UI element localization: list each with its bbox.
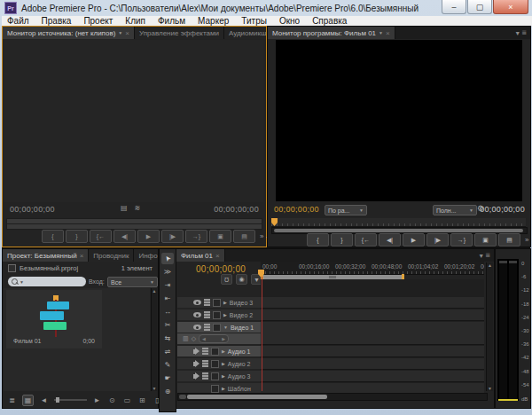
- scroll-down-icon[interactable]: ▼: [488, 386, 492, 391]
- panel-menu-icon[interactable]: ▼≣: [511, 27, 530, 39]
- tab-close-icon[interactable]: ×: [125, 29, 129, 37]
- track-lock-icon[interactable]: [211, 360, 219, 368]
- close-button[interactable]: ×: [493, 0, 528, 14]
- mark-out-button[interactable]: }: [331, 233, 353, 247]
- rolling-edit-tool[interactable]: ⇤: [161, 293, 174, 304]
- tab-Управление эффектами[interactable]: Управление эффектами: [135, 27, 224, 39]
- expand-track-icon[interactable]: ▶: [222, 373, 225, 379]
- go-to-in-button[interactable]: {←: [90, 230, 112, 243]
- panel-menu-icon[interactable]: ▼≣: [474, 249, 494, 262]
- project-content-area[interactable]: Фильм 01 0;00: [4, 288, 150, 391]
- track-header-Видео 3[interactable]: ▶Видео 3: [177, 297, 261, 308]
- slip-tool[interactable]: ⇆: [161, 333, 174, 344]
- razor-tool[interactable]: ✂: [161, 319, 174, 331]
- track-header-Аудио 2[interactable]: ▶Аудио 2: [177, 358, 261, 369]
- menu-Титры[interactable]: Титры: [241, 16, 267, 26]
- maximize-button[interactable]: ▢: [467, 0, 492, 14]
- scroll-up-icon[interactable]: ▲: [153, 288, 157, 294]
- track-lock-icon[interactable]: [211, 348, 219, 356]
- encore-chapter-marker-icon[interactable]: ◉: [236, 274, 247, 285]
- expand-track-icon[interactable]: ▶: [223, 312, 227, 317]
- scroll-down-icon[interactable]: ▼: [153, 386, 157, 391]
- hand-tool[interactable]: ☛: [161, 372, 174, 384]
- track-header-Видео 1[interactable]: ▼Видео 1: [177, 322, 261, 333]
- find-button[interactable]: ⊙: [107, 395, 117, 405]
- timeline-hscrollbar[interactable]: [177, 393, 488, 401]
- sync-lock-icon[interactable]: [202, 360, 208, 367]
- toggle-track-output-icon[interactable]: [193, 325, 201, 330]
- current-time-indicator[interactable]: [262, 270, 262, 391]
- timeline-timecode[interactable]: 00;00;00;00: [196, 264, 246, 274]
- menu-Окно[interactable]: Окно: [279, 16, 300, 26]
- toggle-track-output-icon[interactable]: [193, 362, 196, 366]
- track-header-Видео 2[interactable]: ▶Видео 2: [177, 309, 261, 320]
- toggle-track-output-icon[interactable]: [193, 374, 196, 379]
- scroll-up-icon[interactable]: ▲: [488, 262, 492, 268]
- zoom-in-button[interactable]: ►: [92, 395, 102, 405]
- step-forward-button[interactable]: |▶: [161, 230, 184, 243]
- program-mini-ruler[interactable]: [271, 218, 526, 227]
- icon-view-button[interactable]: ▦: [22, 395, 34, 406]
- mark-in-button[interactable]: {: [307, 233, 329, 247]
- menu-Фильм[interactable]: Фильм: [158, 16, 185, 26]
- more-buttons-icon[interactable]: »: [260, 232, 263, 240]
- toggle-track-output-icon[interactable]: [193, 300, 201, 305]
- track-row-Видео 3[interactable]: [261, 297, 484, 309]
- snap-icon[interactable]: Ω: [221, 274, 232, 285]
- track-lock-icon[interactable]: [213, 324, 221, 332]
- toggle-track-output-icon[interactable]: [193, 349, 196, 354]
- project-file-row[interactable]: Безымянный.prproj 1 элемент: [3, 262, 158, 274]
- menu-Файл[interactable]: Файл: [7, 16, 29, 26]
- mark-in-button[interactable]: {: [42, 230, 64, 243]
- sync-lock-icon[interactable]: [204, 311, 210, 318]
- track-lock-icon[interactable]: [213, 299, 221, 307]
- track-lock-icon[interactable]: [211, 385, 219, 393]
- track-header-Аудио 1[interactable]: ▶Аудио 1: [177, 346, 261, 356]
- timeline-vscrollbar[interactable]: ▲ ▼: [486, 262, 493, 391]
- step-back-button[interactable]: ◀|: [379, 233, 401, 247]
- step-forward-button[interactable]: |▶: [426, 233, 449, 247]
- pen-tool[interactable]: ✎: [161, 359, 174, 371]
- menu-Маркер[interactable]: Маркер: [198, 16, 229, 26]
- mark-out-button[interactable]: }: [66, 230, 88, 243]
- project-scrollbar[interactable]: ▲ ▼: [151, 288, 157, 391]
- track-lock-icon[interactable]: [211, 372, 219, 380]
- search-dropdown-icon[interactable]: ▼: [20, 279, 24, 285]
- program-playhead-icon[interactable]: [271, 218, 278, 226]
- lift-button[interactable]: ▣: [474, 233, 497, 247]
- tab-Проект: Безымянный[interactable]: Проект: Безымянный×: [3, 249, 89, 262]
- menu-Проект[interactable]: Проект: [83, 16, 113, 26]
- play-button[interactable]: ▶: [403, 233, 425, 247]
- drag-video-icon[interactable]: ▤: [121, 204, 128, 212]
- rate-stretch-tool[interactable]: ↔: [161, 306, 174, 317]
- tab-Монитор источника: (нет клипов)[interactable]: Монитор источника: (нет клипов)▼×: [3, 27, 135, 39]
- tab-dropdown-icon[interactable]: ▼: [379, 30, 383, 35]
- track-row-Аудио 3[interactable]: [261, 371, 484, 382]
- menu-Правка[interactable]: Правка: [42, 16, 72, 26]
- menu-Справка[interactable]: Справка: [312, 16, 347, 26]
- next-keyframe-icon[interactable]: ▶: [222, 336, 225, 341]
- ripple-edit-tool[interactable]: ⇥: [161, 279, 174, 291]
- show-keyframes-icon[interactable]: ◇: [192, 335, 196, 342]
- step-back-button[interactable]: ◀|: [113, 230, 136, 243]
- minimize-button[interactable]: –: [442, 0, 466, 14]
- tab-close-icon[interactable]: ×: [386, 29, 390, 37]
- track-row-Видео 1[interactable]: [261, 322, 484, 345]
- extract-button[interactable]: ▤: [498, 233, 520, 247]
- slide-tool[interactable]: ⇌: [161, 346, 174, 357]
- selection-tool[interactable]: ➤: [161, 253, 174, 264]
- track-row-Аудио 2[interactable]: [261, 358, 484, 370]
- expand-track-icon[interactable]: ▶: [222, 361, 225, 366]
- extract-button[interactable]: ▤: [233, 230, 255, 243]
- expand-track-icon[interactable]: ▼: [223, 325, 228, 330]
- sync-lock-icon[interactable]: [204, 324, 210, 331]
- track-row-Аудио 1[interactable]: [261, 346, 484, 357]
- tab-Аудиомикшер: Фильм[interactable]: Аудиомикшер: Фильм: [224, 27, 266, 39]
- title-bar[interactable]: Pr Adobe Premiere Pro - C:\Пользователи\…: [0, 0, 532, 16]
- go-to-out-button[interactable]: →}: [185, 230, 207, 243]
- menu-Клип[interactable]: Клип: [125, 16, 145, 26]
- search-input[interactable]: ▼: [8, 277, 86, 286]
- new-bin-button[interactable]: ▭: [122, 395, 132, 405]
- fit-dropdown[interactable]: По ра...▼: [325, 205, 367, 215]
- new-item-button[interactable]: ⊞: [137, 395, 147, 405]
